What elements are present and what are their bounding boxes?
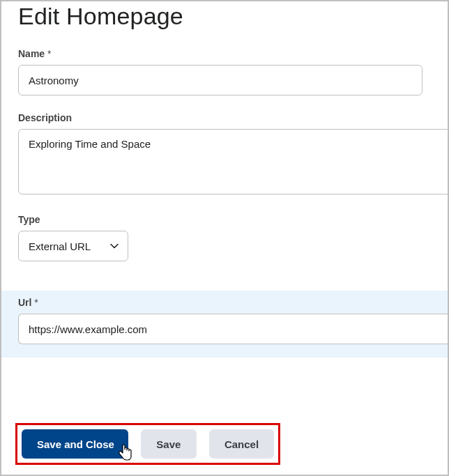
cursor-pointer-icon [117, 443, 132, 461]
description-textarea[interactable] [18, 129, 449, 194]
url-required: * [34, 297, 38, 308]
cancel-button[interactable]: Cancel [209, 429, 274, 459]
description-label: Description [18, 112, 431, 123]
url-section: Url * [1, 291, 449, 358]
type-field-block: Type External URL [18, 214, 431, 261]
type-label: Type [18, 214, 431, 225]
save-and-close-button[interactable]: Save and Close [22, 429, 128, 459]
type-selected-value: External URL [29, 240, 91, 252]
url-label: Url * [18, 297, 449, 308]
name-field-block: Name * [18, 48, 431, 95]
name-required: * [47, 48, 51, 59]
page-title: Edit Homepage [18, 1, 431, 30]
description-field-block: Description [18, 112, 431, 197]
edit-homepage-form: Edit Homepage Name * Description Type Ex… [0, 0, 449, 476]
type-select[interactable]: External URL [18, 231, 128, 261]
save-button[interactable]: Save [141, 429, 197, 459]
name-input[interactable] [18, 65, 423, 95]
name-label-text: Name [18, 48, 45, 59]
url-input[interactable] [18, 314, 449, 344]
url-label-text: Url [18, 297, 31, 308]
name-label: Name * [18, 48, 431, 59]
save-and-close-label: Save and Close [37, 438, 114, 450]
action-bar: Save and Close Save Cancel [15, 423, 280, 465]
